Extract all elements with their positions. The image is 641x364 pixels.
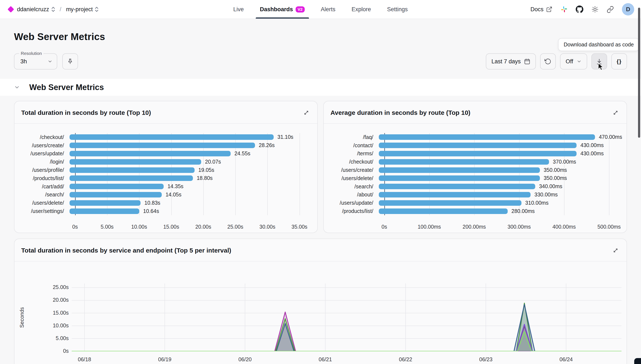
tab-explore[interactable]: Explore — [351, 0, 372, 19]
category-label: /users/create/ — [15, 142, 70, 148]
x-tick-label: 20.00s — [195, 224, 211, 230]
tab-label: Dashboards — [260, 6, 293, 13]
refresh-button[interactable] — [540, 54, 556, 70]
panel-header: Total duration in seconds by route (Top … — [15, 101, 317, 124]
bar — [70, 142, 255, 148]
panel-title: Total duration in seconds by route (Top … — [21, 109, 151, 116]
auto-refresh-select[interactable]: Off — [560, 54, 587, 70]
bar-row: /products/list/280.00ms — [324, 207, 626, 215]
y-tick-label: 5.00s — [56, 335, 69, 341]
bar-track: 350.00ms — [379, 168, 619, 173]
bar-row: /users/update/310.00ms — [324, 199, 626, 207]
resolution-select[interactable]: Resolution 3h — [14, 54, 57, 70]
topbar: ddanielcruzz / my-project LiveDashboards… — [0, 0, 641, 19]
x-axis: 0s100.00ms200.00ms300.00ms400.00ms500.00… — [384, 224, 619, 230]
value-label: 330.00ms — [534, 192, 558, 198]
bar-row: /cart/add/14.35s — [15, 182, 317, 191]
expand-panel-button[interactable] — [610, 244, 621, 256]
x-tick-label: 06/19 — [158, 356, 172, 362]
project-switcher[interactable]: my-project — [66, 6, 99, 13]
toolbar-right: Last 7 days Off {} — [486, 54, 627, 70]
share-link-button[interactable] — [607, 6, 614, 13]
series-area — [72, 332, 621, 351]
value-label: 14.05s — [166, 192, 182, 198]
bar — [70, 192, 162, 198]
download-dashboard-button[interactable] — [591, 54, 607, 70]
section-header: Web Server Metrics — [0, 79, 641, 96]
tab-live[interactable]: Live — [233, 0, 245, 19]
floating-widget-corner[interactable] — [634, 358, 641, 364]
bar-row: /checkout/370.00ms — [324, 158, 626, 166]
avatar[interactable]: D — [622, 3, 634, 16]
chevron-down-icon — [576, 59, 582, 64]
org-switcher[interactable]: ddanielcruzz — [17, 6, 55, 13]
bar-row: /users/create/350.00ms — [324, 166, 626, 174]
category-label: /contact/ — [324, 142, 379, 148]
dashboard-toolbar: Resolution 3h Last 7 days Off — [14, 54, 627, 70]
bar-row: /users/profile/19.05s — [15, 166, 317, 174]
collapse-section-button[interactable] — [14, 84, 20, 90]
area-chart-svg — [72, 284, 621, 351]
bar — [70, 208, 139, 214]
expand-panel-button[interactable] — [610, 107, 621, 119]
x-tick-label: 200.00ms — [462, 224, 486, 230]
slack-button[interactable] — [560, 6, 568, 13]
value-label: 350.00ms — [544, 167, 567, 173]
docs-label: Docs — [530, 6, 543, 13]
bar — [379, 151, 576, 156]
tab-alerts[interactable]: Alerts — [320, 0, 336, 19]
bar — [379, 159, 549, 165]
time-range-button[interactable]: Last 7 days — [486, 54, 536, 70]
braces-label: {} — [617, 58, 622, 65]
bar-track: 24.55s — [70, 151, 310, 156]
bars-layer: /faq/470.00ms/contact/430.00ms/terms/430… — [324, 133, 626, 215]
bar-track: 31.10s — [70, 134, 310, 140]
bar-row: /faq/470.00ms — [324, 133, 626, 141]
bar-track: 10.64s — [70, 208, 310, 214]
value-label: 430.00ms — [580, 150, 604, 156]
x-axis: 0s5.00s10.00s15.00s20.00s25.00s30.00s35.… — [75, 224, 310, 230]
bar-track: 430.00ms — [379, 142, 619, 148]
category-label: /search/ — [15, 192, 70, 198]
scrollbar-thumb[interactable] — [638, 8, 640, 138]
bar — [70, 184, 164, 189]
series-area — [72, 312, 621, 351]
category-label: /faq/ — [324, 134, 379, 140]
value-label: 14.35s — [168, 183, 183, 190]
docs-link[interactable]: Docs — [530, 6, 552, 13]
value-label: 430.00ms — [580, 142, 604, 148]
slack-icon — [560, 6, 568, 13]
bar — [70, 168, 195, 173]
bar-track: 14.05s — [70, 192, 310, 198]
series-line — [72, 303, 621, 351]
series-area — [72, 324, 621, 351]
value-label: 470.00ms — [599, 134, 622, 140]
refresh-icon — [544, 58, 551, 65]
x-tick-label: 30.00s — [259, 224, 275, 230]
bar — [379, 184, 535, 189]
bar — [379, 168, 540, 173]
pin-resolution-button[interactable] — [62, 54, 78, 70]
github-button[interactable] — [576, 6, 583, 13]
bar-track: 350.00ms — [379, 176, 619, 181]
tab-dashboards[interactable]: DashboardsV2 — [259, 0, 305, 19]
panel-title: Average duration in seconds by route (To… — [330, 109, 470, 116]
x-axis-ticks: 06/1806/1906/2006/2106/2206/2306/24 — [72, 356, 621, 363]
bar-row: /checkout/31.10s — [15, 133, 317, 141]
tab-settings[interactable]: Settings — [386, 0, 409, 19]
bar-track: 20.07s — [70, 159, 310, 165]
dashboard-as-code-button[interactable]: {} — [611, 54, 627, 70]
bar-chart: /checkout/31.10s/users/create/28.26s/use… — [15, 133, 317, 215]
x-tick-label: 500.00ms — [597, 224, 621, 230]
theme-toggle-button[interactable] — [591, 6, 598, 13]
category-label: /login/ — [15, 159, 70, 165]
expand-panel-button[interactable] — [300, 107, 312, 119]
series-area — [72, 303, 621, 351]
x-tick-label: 06/23 — [479, 356, 493, 362]
bars-layer: /checkout/31.10s/users/create/28.26s/use… — [15, 133, 317, 215]
bar — [70, 200, 141, 206]
bar-row: /users/delete/10.83s — [15, 199, 317, 207]
bar — [379, 176, 540, 181]
value-label: 340.00ms — [539, 183, 562, 190]
y-tick-label: 0s — [63, 348, 69, 354]
